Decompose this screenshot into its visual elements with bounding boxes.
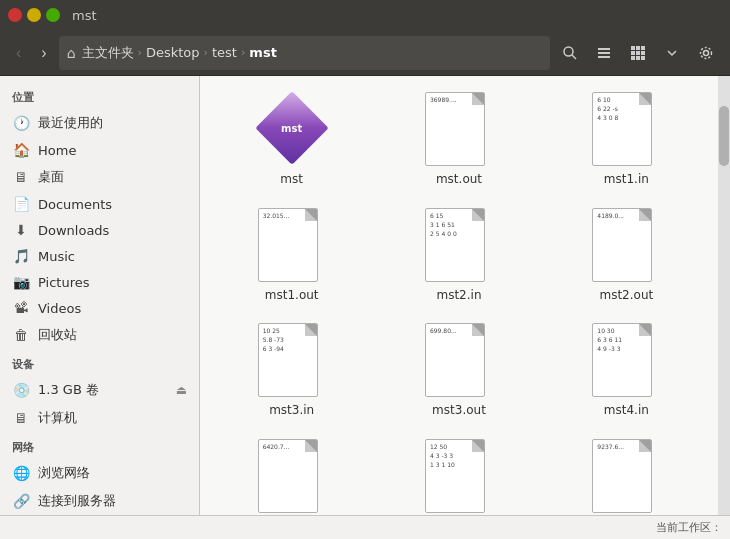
breadcrumb: ⌂ 主文件夹 › Desktop › test › mst (59, 36, 550, 70)
close-button[interactable] (8, 8, 22, 22)
documents-icon: 📄 (12, 196, 30, 212)
downloads-icon: ⬇ (12, 222, 30, 238)
file-item-mst5-out[interactable]: 9237.6... mst5.out (566, 433, 686, 515)
computer-icon: 🖥 (12, 410, 30, 426)
forward-button[interactable]: › (33, 36, 54, 70)
file-item-mst1-in[interactable]: 6 10 6 22 -s 4 3 0 8 mst1.in (566, 86, 686, 194)
svg-rect-7 (641, 46, 645, 50)
music-icon: 🎵 (12, 248, 30, 264)
file-item-mst2-in[interactable]: 6 15 3 1 6 51 2 5 4 0 0 mst2.in (399, 202, 519, 310)
sidebar-item-desktop-label: 桌面 (38, 168, 64, 186)
sidebar-item-desktop[interactable]: 🖥 桌面 (0, 163, 199, 191)
file-name-mst3-out: mst3.out (432, 403, 486, 419)
file-name-mst-out: mst.out (436, 172, 482, 188)
window-title: mst (72, 8, 97, 23)
file-name-mst4-in: mst4.in (604, 403, 649, 419)
sidebar-item-downloads[interactable]: ⬇ Downloads (0, 217, 199, 243)
file-item-mst-out[interactable]: 36989.... mst.out (399, 86, 519, 194)
file-name-mst2-out: mst2.out (599, 288, 653, 304)
connect-icon: 🔗 (12, 493, 30, 509)
sidebar-item-computer[interactable]: 🖥 计算机 (0, 404, 199, 432)
sidebar-item-network-browse[interactable]: 🌐 浏览网络 (0, 459, 199, 487)
eject-icon[interactable]: ⏏ (176, 383, 187, 397)
svg-rect-12 (636, 56, 640, 60)
file-item-mst4-in[interactable]: 10 30 6 3 6 11 4 9 -3 3 mst4.in (566, 317, 686, 425)
sidebar-section-network: 网络 (0, 432, 199, 459)
sidebar-item-connect-server[interactable]: 🔗 连接到服务器 (0, 487, 199, 515)
breadcrumb-home[interactable]: 主文件夹 (82, 44, 134, 62)
file-icon-mst3-out: 699.80... (425, 323, 493, 401)
sidebar-item-downloads-label: Downloads (38, 223, 109, 238)
svg-line-1 (572, 55, 576, 59)
sidebar-item-recent[interactable]: 🕐 最近使用的 (0, 109, 199, 137)
file-icon-mst5-out: 9237.6... (592, 439, 660, 515)
home-sidebar-icon: 🏠 (12, 142, 30, 158)
file-icon-mst1-out: 32.015... (258, 208, 326, 286)
svg-point-0 (564, 47, 573, 56)
sidebar-item-volume[interactable]: 💿 1.3 GB 卷 ⏏ (0, 376, 199, 404)
svg-rect-3 (598, 52, 610, 54)
svg-point-14 (704, 50, 709, 55)
file-item-mst2-out[interactable]: 4189.0... mst2.out (566, 202, 686, 310)
back-button[interactable]: ‹ (8, 36, 29, 70)
sidebar-item-volume-label: 1.3 GB 卷 (38, 381, 99, 399)
sidebar-item-documents[interactable]: 📄 Documents (0, 191, 199, 217)
sidebar-item-videos[interactable]: 📽 Videos (0, 295, 199, 321)
breadcrumb-sep-1: › (138, 46, 142, 59)
search-icon (562, 45, 578, 61)
svg-rect-11 (631, 56, 635, 60)
svg-rect-2 (598, 48, 610, 50)
breadcrumb-current: mst (249, 45, 277, 60)
settings-button[interactable] (690, 37, 722, 69)
file-icon-mst2-out: 4189.0... (592, 208, 660, 286)
sidebar-section-devices: 设备 (0, 349, 199, 376)
recent-icon: 🕐 (12, 115, 30, 131)
maximize-button[interactable] (46, 8, 60, 22)
file-icon-mst2-in: 6 15 3 1 6 51 2 5 4 0 0 (425, 208, 493, 286)
pictures-icon: 📷 (12, 274, 30, 290)
svg-rect-6 (636, 46, 640, 50)
sidebar-item-home[interactable]: 🏠 Home (0, 137, 199, 163)
svg-rect-5 (631, 46, 635, 50)
breadcrumb-test[interactable]: test (212, 45, 237, 60)
svg-rect-13 (641, 56, 645, 60)
file-name-mst2-in: mst2.in (436, 288, 481, 304)
file-item-mst3-in[interactable]: 10 25 5.8 -73 6 3 -94 mst3.in (232, 317, 352, 425)
sidebar-item-music[interactable]: 🎵 Music (0, 243, 199, 269)
svg-rect-10 (641, 51, 645, 55)
dropdown-button[interactable] (656, 37, 688, 69)
grid-view-button[interactable] (622, 37, 654, 69)
sidebar-item-videos-label: Videos (38, 301, 81, 316)
file-icon-mst4-in: 10 30 6 3 6 11 4 9 -3 3 (592, 323, 660, 401)
file-item-mst4-out[interactable]: 6420.7... mst4.out (232, 433, 352, 515)
statusbar: 当前工作区： (0, 515, 730, 539)
sidebar-item-network-browse-label: 浏览网络 (38, 464, 90, 482)
minimize-button[interactable] (27, 8, 41, 22)
network-icon: 🌐 (12, 465, 30, 481)
grid-icon (630, 45, 646, 61)
sidebar: 位置 🕐 最近使用的 🏠 Home 🖥 桌面 📄 Documents ⬇ Dow… (0, 76, 200, 515)
menu-button[interactable] (588, 37, 620, 69)
sidebar-item-home-label: Home (38, 143, 76, 158)
search-button[interactable] (554, 37, 586, 69)
file-item-mst3-out[interactable]: 699.80... mst3.out (399, 317, 519, 425)
sidebar-item-trash[interactable]: 🗑 回收站 (0, 321, 199, 349)
sidebar-item-trash-label: 回收站 (38, 326, 77, 344)
file-item-mst5-in[interactable]: 12 50 4 3 -3 3 1 3 1 10 mst5.in (399, 433, 519, 515)
file-item-mst[interactable]: mst mst (232, 86, 352, 194)
svg-rect-9 (636, 51, 640, 55)
toolbar: ‹ › ⌂ 主文件夹 › Desktop › test › mst (0, 30, 730, 76)
titlebar: mst (0, 0, 730, 30)
breadcrumb-desktop[interactable]: Desktop (146, 45, 200, 60)
gear-icon (698, 45, 714, 61)
window-controls (8, 8, 60, 22)
file-item-mst1-out[interactable]: 32.015... mst1.out (232, 202, 352, 310)
scrollbar[interactable] (718, 76, 730, 515)
file-name-mst1-in: mst1.in (604, 172, 649, 188)
file-icon-mst5-in: 12 50 4 3 -3 3 1 3 1 10 (425, 439, 493, 515)
sidebar-section-places: 位置 (0, 82, 199, 109)
sidebar-item-music-label: Music (38, 249, 75, 264)
sidebar-item-pictures[interactable]: 📷 Pictures (0, 269, 199, 295)
sidebar-item-documents-label: Documents (38, 197, 112, 212)
mst-icon-wrapper: mst (258, 92, 326, 170)
